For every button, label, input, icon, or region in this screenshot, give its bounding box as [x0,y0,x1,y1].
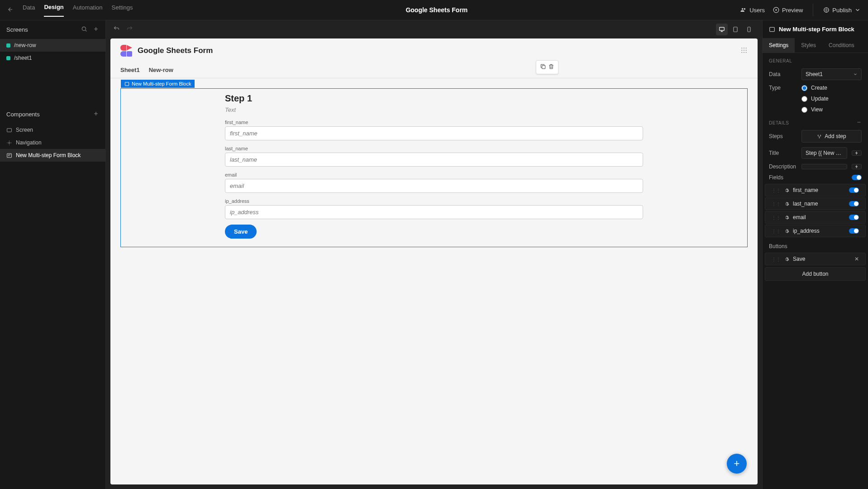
left-panel: Screens /new-row /sheet1 Components Scre… [0,20,106,489]
tab-automation[interactable]: Automation [73,4,103,16]
app-title: Google Sheets Form [133,6,741,14]
tab-settings[interactable]: Settings [112,4,133,16]
canvas-tab-sheet1[interactable]: Sheet1 [120,67,140,78]
svg-rect-19 [125,82,129,85]
field-row-ip-address[interactable]: ⋮⋮ip_address [765,225,866,237]
device-mobile-icon[interactable] [743,24,755,35]
center-panel: Google Sheets Form Sheet1 New-row New Mu… [106,20,762,489]
field-label: ip_address [225,198,643,204]
field-row-last-name[interactable]: ⋮⋮last_name [765,197,866,210]
ip-address-input[interactable] [225,205,643,219]
steps-label: Steps [769,133,797,139]
right-panel: New Multi-step Form Block Settings Style… [762,20,868,489]
panel-tab-styles[interactable]: Styles [795,38,822,53]
search-icon[interactable] [81,26,87,34]
field-toggle[interactable] [849,228,859,234]
form-block[interactable]: New Multi-step Form Block Step 1 Text fi… [120,88,748,247]
svg-point-4 [9,142,10,143]
component-navigation[interactable]: Navigation [0,136,105,149]
type-update[interactable]: Update [801,96,829,102]
section-general: GENERAL [763,53,868,66]
svg-rect-18 [542,66,545,69]
tab-data[interactable]: Data [23,4,35,16]
type-view[interactable]: View [801,106,823,113]
undo-icon[interactable] [113,25,120,34]
apps-grid-icon[interactable] [740,47,748,55]
brand-title: Google Sheets Form [138,46,213,55]
first-name-input[interactable] [225,126,643,140]
svg-point-17 [746,52,747,53]
add-screen-icon[interactable] [93,26,99,34]
canvas[interactable]: Google Sheets Form Sheet1 New-row New Mu… [110,38,758,484]
svg-point-21 [818,134,819,135]
svg-point-2 [82,27,86,30]
collapse-icon[interactable] [856,120,862,126]
svg-rect-20 [770,27,775,31]
svg-point-13 [744,50,744,51]
screens-header: Screens [0,20,105,39]
svg-point-9 [741,48,742,48]
panel-tab-conditions[interactable]: Conditions [822,38,861,53]
data-select[interactable]: Sheet1 [801,68,862,80]
field-toggle[interactable] [849,215,859,220]
button-row-save[interactable]: ⋮⋮Save✕ [765,253,866,265]
step-title: Step 1 [225,93,643,104]
svg-rect-6 [720,27,725,30]
add-fab[interactable]: + [727,454,747,474]
field-row-email[interactable]: ⋮⋮email [765,211,866,224]
svg-point-23 [819,137,820,138]
svg-point-10 [744,48,744,48]
publish-button[interactable]: Publish [823,7,861,14]
svg-rect-7 [734,27,737,32]
back-icon[interactable] [7,6,14,14]
data-label: Data [769,71,797,77]
fields-label: Fields [769,174,783,181]
panel-tab-settings[interactable]: Settings [763,38,795,53]
remove-button-icon[interactable]: ✕ [854,256,859,262]
device-tablet-icon[interactable] [730,24,741,35]
desc-label: Description [769,163,797,170]
field-toggle[interactable] [849,187,859,193]
canvas-tab-new-row[interactable]: New-row [149,67,173,78]
title-label: Title [769,150,797,156]
brand-logo [120,45,132,57]
redo-icon[interactable] [126,25,133,34]
title-input[interactable]: Step {{ New Multi-s… [801,147,847,159]
save-button[interactable]: Save [225,225,257,239]
field-label: email [225,172,643,177]
tab-design[interactable]: Design [44,4,63,17]
last-name-input[interactable] [225,153,643,167]
screen-item-new-row[interactable]: /new-row [0,39,105,52]
screen-item-sheet1[interactable]: /sheet1 [0,52,105,64]
svg-rect-8 [748,27,750,32]
field-label: first_name [225,120,643,125]
field-toggle[interactable] [849,201,859,206]
desc-bolt-icon[interactable] [852,164,862,169]
svg-point-11 [746,48,747,48]
add-button[interactable]: Add button [765,267,866,281]
desc-input[interactable] [801,164,847,169]
type-label: Type [769,85,797,91]
block-actions [536,60,558,74]
svg-point-14 [746,50,747,51]
fields-toggle[interactable] [852,175,862,180]
add-step-button[interactable]: Add step [801,130,862,143]
duplicate-icon[interactable] [540,63,546,71]
svg-point-12 [741,50,742,51]
device-desktop-icon[interactable] [716,24,728,35]
add-component-icon[interactable] [93,110,99,118]
svg-point-16 [744,52,744,53]
component-form-block[interactable]: New Multi-step Form Block [0,149,105,162]
delete-icon[interactable] [548,63,554,71]
type-create[interactable]: Create [801,85,827,91]
email-input[interactable] [225,179,643,193]
preview-button[interactable]: Preview [773,7,803,14]
field-label: last_name [225,146,643,151]
users-button[interactable]: Users [740,7,765,14]
step-desc: Text [225,106,643,113]
buttons-label: Buttons [769,243,787,249]
field-row-first-name[interactable]: ⋮⋮first_name [765,184,866,197]
selection-header: New Multi-step Form Block [763,20,868,38]
component-screen[interactable]: Screen [0,124,105,136]
title-bolt-icon[interactable] [852,150,862,156]
